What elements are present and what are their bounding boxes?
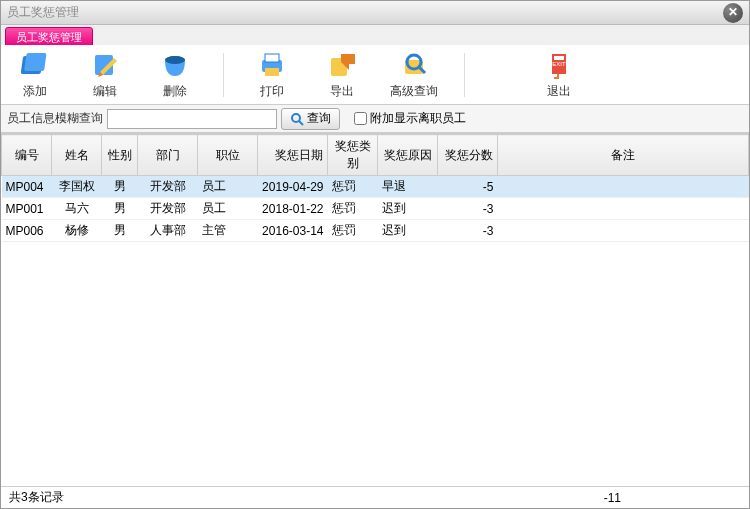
svg-point-15 bbox=[292, 114, 300, 122]
th-score[interactable]: 奖惩分数 bbox=[438, 135, 498, 176]
cell-score: -3 bbox=[438, 220, 498, 242]
table-header-row: 编号 姓名 性别 部门 职位 奖惩日期 奖惩类别 奖惩原因 奖惩分数 备注 bbox=[2, 135, 749, 176]
table-row[interactable]: MP001马六男开发部员工2018-01-22惩罚迟到-3 bbox=[2, 198, 749, 220]
search-bar: 员工信息模糊查询 查询 附加显示离职员工 bbox=[1, 105, 749, 133]
toolbar: 添加 编辑 删除 打印 导出 bbox=[1, 45, 749, 105]
record-count: 共3条记录 bbox=[9, 489, 64, 506]
delete-label: 删除 bbox=[163, 83, 187, 100]
svg-rect-6 bbox=[265, 54, 279, 62]
advanced-query-label: 高级查询 bbox=[390, 83, 438, 100]
search-label: 员工信息模糊查询 bbox=[7, 110, 103, 127]
th-name[interactable]: 姓名 bbox=[52, 135, 102, 176]
export-icon bbox=[326, 49, 358, 81]
delete-button[interactable]: 删除 bbox=[153, 49, 197, 100]
show-resigned-input[interactable] bbox=[354, 112, 367, 125]
svg-line-16 bbox=[299, 121, 303, 125]
table-row[interactable]: MP004李国权男开发部员工2019-04-29惩罚早退-5 bbox=[2, 176, 749, 198]
search-input[interactable] bbox=[107, 109, 277, 129]
th-reason[interactable]: 奖惩原因 bbox=[378, 135, 438, 176]
svg-text:EXIT: EXIT bbox=[552, 61, 566, 67]
svg-rect-13 bbox=[554, 56, 564, 60]
table-row[interactable]: MP006杨修男人事部主管2016-03-14惩罚迟到-3 bbox=[2, 220, 749, 242]
th-type[interactable]: 奖惩类别 bbox=[328, 135, 378, 176]
edit-label: 编辑 bbox=[93, 83, 117, 100]
exit-button[interactable]: EXIT 退出 bbox=[537, 49, 581, 100]
separator bbox=[464, 53, 465, 97]
titlebar: 员工奖惩管理 ✕ bbox=[1, 1, 749, 25]
delete-icon bbox=[159, 49, 191, 81]
cell-type: 惩罚 bbox=[328, 220, 378, 242]
cell-name: 马六 bbox=[52, 198, 102, 220]
cell-reason: 迟到 bbox=[378, 220, 438, 242]
exit-label: 退出 bbox=[547, 83, 571, 100]
cell-note bbox=[498, 198, 749, 220]
search-icon bbox=[290, 112, 304, 126]
score-total: -11 bbox=[604, 491, 621, 505]
edit-icon bbox=[89, 49, 121, 81]
svg-point-4 bbox=[165, 56, 185, 64]
cell-note bbox=[498, 220, 749, 242]
th-position[interactable]: 职位 bbox=[198, 135, 258, 176]
cell-reason: 早退 bbox=[378, 176, 438, 198]
cell-gender: 男 bbox=[102, 176, 138, 198]
separator bbox=[223, 53, 224, 97]
cell-gender: 男 bbox=[102, 198, 138, 220]
edit-button[interactable]: 编辑 bbox=[83, 49, 127, 100]
window: 员工奖惩管理 ✕ 员工奖惩管理 添加 编辑 删除 bbox=[0, 0, 750, 509]
rewards-table: 编号 姓名 性别 部门 职位 奖惩日期 奖惩类别 奖惩原因 奖惩分数 备注 MP… bbox=[1, 134, 749, 242]
cell-dept: 开发部 bbox=[138, 198, 198, 220]
search-button-label: 查询 bbox=[307, 110, 331, 127]
cell-reason: 迟到 bbox=[378, 198, 438, 220]
cell-date: 2019-04-29 bbox=[258, 176, 328, 198]
add-button[interactable]: 添加 bbox=[13, 49, 57, 100]
th-id[interactable]: 编号 bbox=[2, 135, 52, 176]
cell-id: MP001 bbox=[2, 198, 52, 220]
cell-id: MP006 bbox=[2, 220, 52, 242]
add-label: 添加 bbox=[23, 83, 47, 100]
cell-position: 主管 bbox=[198, 220, 258, 242]
search-button[interactable]: 查询 bbox=[281, 108, 340, 130]
export-label: 导出 bbox=[330, 83, 354, 100]
cell-position: 员工 bbox=[198, 176, 258, 198]
th-gender[interactable]: 性别 bbox=[102, 135, 138, 176]
window-title: 员工奖惩管理 bbox=[7, 4, 79, 21]
statusbar: 共3条记录 -11 bbox=[1, 486, 749, 508]
add-icon bbox=[19, 49, 51, 81]
table-wrap: 编号 姓名 性别 部门 职位 奖惩日期 奖惩类别 奖惩原因 奖惩分数 备注 MP… bbox=[1, 133, 749, 486]
close-icon[interactable]: ✕ bbox=[723, 3, 743, 23]
cell-date: 2016-03-14 bbox=[258, 220, 328, 242]
show-resigned-label: 附加显示离职员工 bbox=[370, 110, 466, 127]
cell-dept: 开发部 bbox=[138, 176, 198, 198]
print-icon bbox=[256, 49, 288, 81]
cell-type: 惩罚 bbox=[328, 198, 378, 220]
advanced-query-button[interactable]: 高级查询 bbox=[390, 49, 438, 100]
advanced-query-icon bbox=[398, 49, 430, 81]
exit-icon: EXIT bbox=[543, 49, 575, 81]
th-dept[interactable]: 部门 bbox=[138, 135, 198, 176]
export-button[interactable]: 导出 bbox=[320, 49, 364, 100]
cell-gender: 男 bbox=[102, 220, 138, 242]
th-date[interactable]: 奖惩日期 bbox=[258, 135, 328, 176]
cell-position: 员工 bbox=[198, 198, 258, 220]
cell-name: 李国权 bbox=[52, 176, 102, 198]
cell-note bbox=[498, 176, 749, 198]
cell-date: 2018-01-22 bbox=[258, 198, 328, 220]
cell-name: 杨修 bbox=[52, 220, 102, 242]
svg-rect-7 bbox=[265, 68, 279, 76]
cell-dept: 人事部 bbox=[138, 220, 198, 242]
tab-strip: 员工奖惩管理 bbox=[1, 25, 749, 45]
print-label: 打印 bbox=[260, 83, 284, 100]
cell-type: 惩罚 bbox=[328, 176, 378, 198]
cell-score: -5 bbox=[438, 176, 498, 198]
print-button[interactable]: 打印 bbox=[250, 49, 294, 100]
svg-rect-1 bbox=[24, 53, 47, 71]
show-resigned-checkbox[interactable]: 附加显示离职员工 bbox=[354, 110, 466, 127]
th-note[interactable]: 备注 bbox=[498, 135, 749, 176]
cell-score: -3 bbox=[438, 198, 498, 220]
cell-id: MP004 bbox=[2, 176, 52, 198]
